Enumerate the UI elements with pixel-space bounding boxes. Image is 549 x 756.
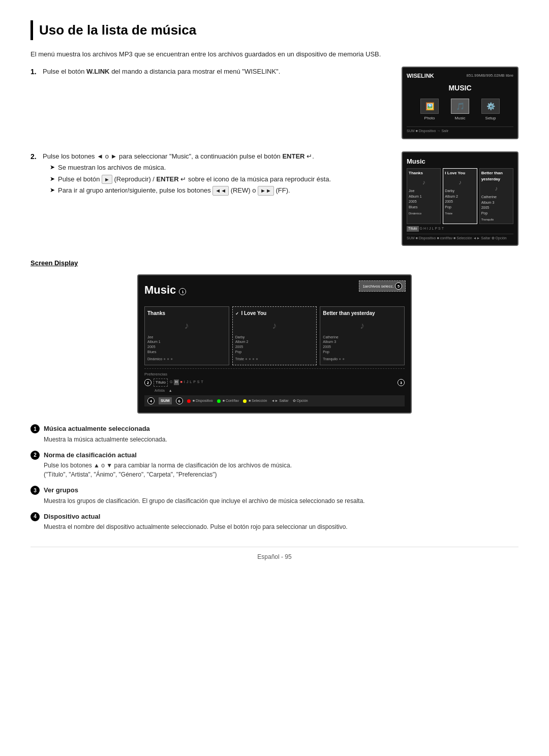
callout-4-title: Dispositivo actual [44,513,100,520]
large-iloveyou-info: Darby Album 2 2005 Pop [235,335,314,355]
rew-btn: ◄◄ [212,186,229,196]
track-thanks: Thanks ♪ Joe Album 1 2005 Blues Dinámico [407,168,441,224]
callout-6: 6 [176,397,183,404]
iloveyou-title-text: I Love You [241,310,266,316]
callout-3-desc: Muestra los grupos de clasificación. El … [44,496,365,506]
large-iloveyou-genre: Pop [235,350,241,354]
callout-text-3: Ver grupos Muestra los grupos de clasifi… [44,485,365,506]
triangle-up-icon: ▲ [169,388,172,394]
large-iloveyou-artist: Darby [235,335,245,339]
nav-titulo-active: Título [154,379,168,387]
nav-divider: ■ [180,380,182,385]
ff-btn: ►► [258,186,274,196]
callout-3-title: Ver grupos [44,486,78,494]
large-thanks-album: Album 1 [147,340,161,343]
track-thanks-title: Thanks [409,170,439,176]
step-1-block: 1. Pulse el botón W.LINK del mando a dis… [30,67,518,139]
music-screen-footer: SUM ■ Dispositivo ■ conf/fav ■ Selección… [407,234,513,241]
track-better-artist: Catherine [481,195,511,200]
callout-4-desc: Muestra el nombre del dispositivo actual… [44,522,348,531]
music-nav-bar: Título G H I J L P S T [407,226,513,232]
footer-item-1: ■ Dispositivo [187,398,213,404]
nav-g: G [420,226,422,232]
footer-item-3: ■ Selección [243,398,267,404]
callout-item-1: 1 Música actualmente seleccionada Muestr… [30,424,518,444]
bullet-3-text: Para ir al grupo anterior/siguiente, pul… [58,185,290,196]
music-label: Music [455,116,466,120]
music-icon-box: 🎵 [451,99,469,114]
large-iloveyou-mood: Triste ● ● ● ● [235,356,314,362]
step-1-text: Pulse el botón W.LINK del mando a distan… [43,67,391,77]
large-track-iloveyou: ✓ I Love You ♪ Darby Album 2 2005 Pop Tr… [232,306,317,365]
music-tracks-row: Thanks ♪ Joe Album 1 2005 Blues Dinámico… [407,168,513,224]
play-btn: ► [102,175,112,184]
green-dot [217,399,221,403]
music-screen-title: Music [407,156,513,167]
track-thanks-icon: ♪ [409,178,439,187]
setup-label: Setup [485,116,496,120]
callout-2: 2 [144,379,151,386]
wiselink-title: WISELINK [407,72,434,80]
callout-circle-2: 2 [30,451,40,460]
large-tv-screen: 1archivos selecc. 5 Music 1 Thanks ♪ Jee… [137,274,412,414]
callout-text-2: Norma de clasificación actual Pulse los … [44,450,292,480]
footer-saltar: ◄► Saltar [271,398,288,404]
track-iloveyou-year: 2005 [445,199,475,205]
photo-label: Photo [424,116,435,120]
footer-opcion: ✿ Opción [293,398,308,404]
screen-display-section: Screen Display 1archivos selecc. 5 Music… [30,258,518,531]
wiselink-footer: SUM ■ Dispositivo → Salir [407,127,513,134]
large-iloveyou-year: 2005 [235,345,243,349]
nav-letter-i: I [184,380,185,385]
large-better-icon: ♪ [323,319,402,333]
nav-letter-g: G [170,380,172,385]
track-iloveyou-title: I Love You [445,170,475,176]
callout-list: 1 Música actualmente seleccionada Muestr… [30,424,518,531]
files-selected-badge: 1archivos selecc. 5 [359,280,406,292]
step-2-number: 2. [30,151,40,162]
large-nav-section: Preferencias 2 Título G H ■ I J L P S T [144,368,405,394]
large-better-artist: Catherine [323,335,338,339]
large-track-better: Better than yesterday ♪ Catherine Album … [320,306,405,365]
nav-t: T [442,226,444,232]
step-2-bullet-2: ➤ Pulse el botón ► (Reproducir) / ENTER … [50,174,391,184]
wiselink-header: WISELINK 851.99MB/995.02MB libre [407,72,513,80]
nav-letter-s: S [197,380,200,385]
nav-s: S [438,226,441,232]
large-iloveyou-album: Album 2 [235,340,249,343]
wiselink-photo-icon: 🖼️ Photo [420,99,439,121]
nav-titulo: Título [407,226,419,232]
screen-display-label: Screen Display [30,258,518,268]
track-better-mood: Tranquilo [481,217,511,222]
large-better-mood: Tranquilo ● ● [323,356,402,362]
step-2-bullet-3: ➤ Para ir al grupo anterior/siguiente, p… [50,185,391,196]
large-iloveyou-title: ✓ I Love You [235,309,314,317]
callout-circle-1: 1 [30,424,40,433]
track-iloveyou-icon: ♪ [445,178,475,187]
track-better-year: 2005 [481,205,511,211]
track-better-genre: Pop [481,211,511,216]
step-1-number: 1. [30,67,40,77]
nav-letter-p: P [193,380,196,385]
footer-dispositivo: ■ Dispositivo [193,399,213,402]
large-tracks-row: Thanks ♪ Jee Album 1 2005 Blues Dinámico… [144,306,405,365]
wiselink-storage: 851.99MB/995.02MB libre [467,73,514,79]
track-better-icon: ♪ [481,184,511,193]
track-thanks-genre: Blues [409,205,439,210]
nav-letter-j: J [187,380,189,385]
large-better-title: Better than yesterday [323,309,402,317]
step-2-content: Pulse los botones ◄ o ► para seleccionar… [43,151,391,196]
large-footer-bar: 4 SUM 6 ■ Dispositivo ■ Conf/fav ■ Selec… [144,395,405,406]
callout-1-desc: Muestra la música actualmente selecciona… [44,435,167,444]
red-dot [187,399,191,403]
wiselink-icons-row: 🖼️ Photo 🎵 Music ⚙️ Setup [407,99,513,121]
large-thanks-title: Thanks [147,309,226,317]
track-iloveyou: I Love You ♪ Darby Album 2 2005 Pop Tris… [443,168,477,224]
bullet-1-text: Se muestran los archivos de música. [58,163,166,173]
callout-text-1: Música actualmente seleccionada Muestra … [44,424,167,444]
step-2-block: 2. Pulse los botones ◄ o ► para seleccio… [30,151,518,246]
music-list-screen: Music Thanks ♪ Joe Album 1 2005 Blues Di… [402,151,518,246]
nav-l: L [432,226,434,232]
callout-item-4: 4 Dispositivo actual Muestra el nombre d… [30,512,518,532]
nav-h: H [423,226,426,232]
